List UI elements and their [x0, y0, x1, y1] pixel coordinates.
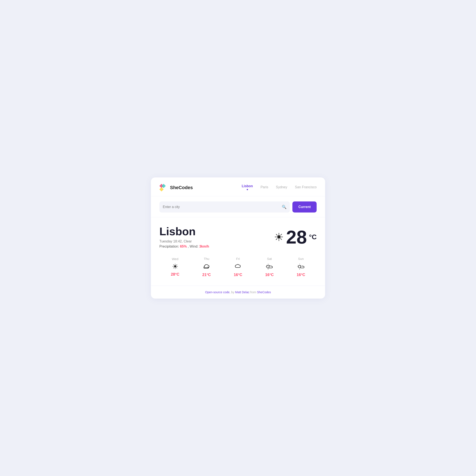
forecast-day-0: Wed: [172, 257, 178, 261]
svg-line-15: [301, 265, 301, 266]
forecast-wed: Wed ☀ 28°C: [171, 257, 179, 277]
city-search-input[interactable]: [163, 205, 282, 209]
forecast-day-4: Sun: [298, 257, 304, 260]
wind-value: 3km/h: [199, 245, 209, 248]
nav-item-lisbon[interactable]: Lisbon: [242, 184, 253, 191]
forecast-temp-0: 28°C: [171, 272, 179, 277]
forecast-icon-0: ☀: [172, 263, 178, 270]
forecast-sun: Sun 16°C: [297, 257, 305, 277]
forecast-temp-3: 16°C: [265, 273, 274, 277]
forecast-day-2: Fri: [236, 257, 240, 260]
forecast-sat: Sat 16°C: [265, 257, 274, 277]
search-icon: 🔍: [282, 205, 287, 209]
search-wrapper: 🔍: [159, 202, 290, 212]
weather-main: Lisbon Tuesday 18:42, Clear Precipitatio…: [151, 217, 325, 253]
logo-text: SheCodes: [170, 185, 193, 190]
weather-right: ☀ 28 °C: [274, 228, 317, 246]
forecast-icon-2: [234, 263, 242, 271]
open-source-link[interactable]: Open-source code: [205, 290, 230, 294]
current-temperature: 28: [286, 228, 307, 246]
temperature-unit: °C: [309, 233, 317, 241]
weather-details: Precipitation: 65% , Wind: 3km/h: [159, 245, 209, 248]
forecast-temp-4: 16°C: [297, 273, 305, 277]
logo: SheCodes: [159, 183, 193, 192]
current-weather-icon: ☀: [274, 231, 284, 243]
city-name: Lisbon: [159, 226, 209, 237]
header: SheCodes Lisbon Paris Sydney San Francis…: [151, 177, 325, 196]
precipitation-label: Precipitation:: [159, 245, 179, 248]
wind-label: , Wind:: [188, 245, 199, 248]
forecast-icon-3: [266, 263, 273, 271]
forecast-thu: Thu 21°C: [202, 257, 211, 277]
svg-line-8: [267, 265, 267, 266]
forecast-fri: Fri 16°C: [234, 257, 242, 277]
weather-card: SheCodes Lisbon Paris Sydney San Francis…: [151, 177, 325, 299]
nav-item-paris[interactable]: Paris: [260, 185, 268, 190]
nav-item-san-francisco[interactable]: San Francisco: [295, 185, 317, 190]
svg-marker-2: [159, 187, 164, 191]
nav-item-sydney[interactable]: Sydney: [276, 185, 287, 190]
forecast-temp-2: 16°C: [234, 273, 242, 277]
footer-by: , by: [230, 290, 235, 294]
logo-icon: [159, 183, 168, 192]
forecast-day-1: Thu: [204, 257, 209, 260]
search-section: 🔍 Current: [151, 196, 325, 217]
forecast-day-3: Sat: [267, 257, 272, 260]
svg-line-9: [269, 265, 270, 266]
precipitation-value: 65%: [180, 245, 187, 248]
footer: Open-source code, by Matt Delac from She…: [151, 286, 325, 299]
weather-left: Lisbon Tuesday 18:42, Clear Precipitatio…: [159, 226, 209, 248]
footer-from: from: [250, 290, 257, 294]
weather-description: Tuesday 18:42, Clear: [159, 239, 209, 243]
author-link[interactable]: Matt Delac: [235, 290, 250, 294]
current-button[interactable]: Current: [292, 202, 317, 212]
nav: Lisbon Paris Sydney San Francisco: [242, 184, 317, 191]
forecast-section: Wed ☀ 28°C Thu 21°C Fri 16°C Sa: [151, 253, 325, 286]
shecodes-link[interactable]: SheCodes: [257, 290, 271, 294]
forecast-icon-1: [203, 263, 210, 271]
svg-line-14: [298, 265, 298, 266]
forecast-icon-4: [297, 263, 305, 271]
forecast-temp-1: 21°C: [202, 273, 211, 277]
